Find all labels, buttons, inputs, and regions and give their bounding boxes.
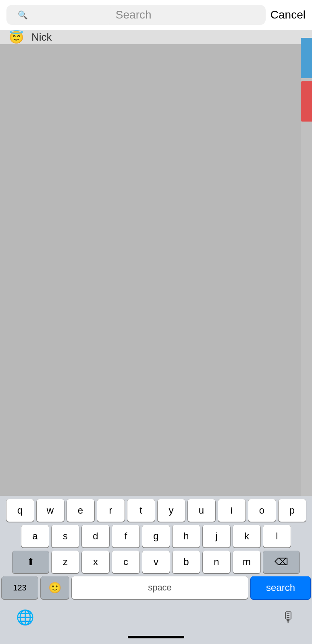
home-bar [128, 636, 184, 638]
search-key[interactable]: search [251, 576, 310, 599]
key-d[interactable]: d [82, 525, 109, 547]
key-k[interactable]: k [233, 525, 260, 547]
key-v[interactable]: v [142, 551, 170, 573]
contact-name: Nick [31, 31, 52, 43]
keyboard-row-1: q w e r t y u i o p [2, 499, 310, 522]
key-f[interactable]: f [112, 525, 139, 547]
key-x[interactable]: x [82, 551, 109, 573]
key-n[interactable]: n [203, 551, 230, 573]
key-g[interactable]: g [142, 525, 170, 547]
search-icon: 🔍 [12, 5, 112, 25]
key-q[interactable]: q [6, 499, 34, 522]
side-panel [301, 30, 312, 496]
home-indicator [2, 630, 310, 644]
side-item-red [301, 81, 312, 122]
space-key[interactable]: space [72, 576, 248, 599]
key-p[interactable]: p [279, 499, 306, 522]
content-area: 😇 Nick [0, 30, 312, 496]
microphone-icon[interactable]: 🎙 [281, 609, 296, 626]
globe-icon[interactable]: 🌐 [16, 609, 34, 626]
search-input[interactable] [116, 8, 260, 21]
key-a[interactable]: a [21, 525, 49, 547]
header: 🔍 Cancel [0, 0, 312, 30]
keyboard: q w e r t y u i o p a s d f g h j k l ⬆ … [0, 496, 312, 644]
key-z[interactable]: z [52, 551, 79, 573]
cancel-button[interactable]: Cancel [270, 8, 306, 21]
numbers-key[interactable]: 123 [2, 576, 38, 599]
side-item-blue [301, 38, 312, 78]
key-w[interactable]: w [37, 499, 64, 522]
key-r[interactable]: r [97, 499, 125, 522]
gray-background [0, 44, 301, 496]
keyboard-row-4: 123 🙂 space search [2, 576, 310, 599]
key-u[interactable]: u [188, 499, 215, 522]
key-i[interactable]: i [218, 499, 245, 522]
key-b[interactable]: b [173, 551, 200, 573]
keyboard-row-3: ⬆ z x c v b n m ⌫ [2, 551, 310, 573]
key-h[interactable]: h [173, 525, 200, 547]
key-s[interactable]: s [52, 525, 79, 547]
top-item: 😇 Nick [0, 30, 312, 44]
bottom-bar: 🌐 🎙 [2, 602, 310, 630]
key-l[interactable]: l [263, 525, 291, 547]
backspace-key[interactable]: ⌫ [263, 551, 300, 573]
key-m[interactable]: m [233, 551, 260, 573]
shift-key[interactable]: ⬆ [12, 551, 49, 573]
key-y[interactable]: y [158, 499, 185, 522]
key-o[interactable]: o [248, 499, 276, 522]
key-c[interactable]: c [112, 551, 139, 573]
key-e[interactable]: e [67, 499, 94, 522]
emoji-key[interactable]: 🙂 [41, 576, 69, 599]
key-j[interactable]: j [203, 525, 230, 547]
search-bar: 🔍 [6, 5, 266, 25]
key-t[interactable]: t [127, 499, 155, 522]
keyboard-row-2: a s d f g h j k l [2, 525, 310, 547]
